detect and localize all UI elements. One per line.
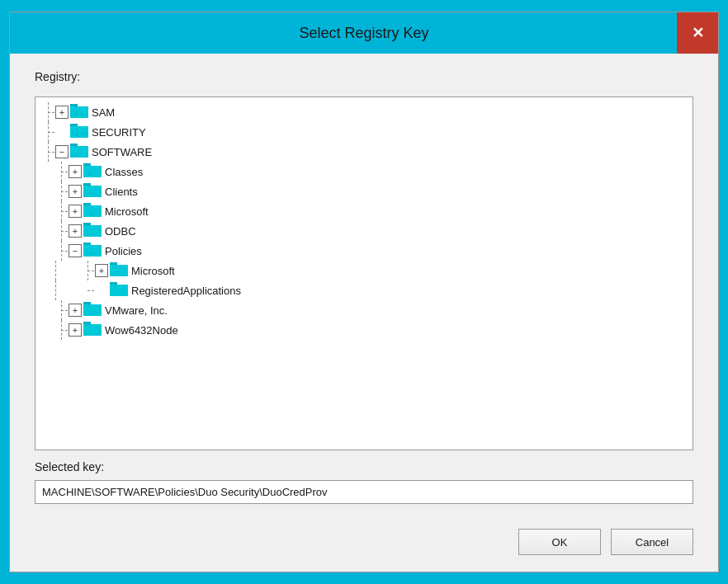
expand-wow6432[interactable]: + — [69, 323, 82, 337]
svg-rect-12 — [71, 127, 73, 129]
select-registry-dialog: Select Registry Key ✕ Registry: + — [9, 12, 719, 572]
tree-item-software[interactable]: − SOFTWARE — [35, 142, 693, 162]
svg-rect-83 — [92, 327, 93, 328]
selected-key-input[interactable] — [35, 480, 693, 504]
tree-label-sam: SAM — [92, 106, 115, 119]
tree-label-vmware: VMware, Inc. — [105, 304, 168, 317]
tree-connector — [42, 112, 55, 113]
svg-rect-66 — [116, 273, 118, 275]
svg-rect-80 — [83, 322, 91, 324]
tree-connector — [42, 132, 55, 133]
tree-item-security[interactable]: SECURITY — [35, 122, 693, 142]
svg-rect-30 — [91, 168, 92, 170]
svg-rect-57 — [93, 246, 95, 247]
title-bar: Select Registry Key ✕ — [10, 12, 718, 54]
svg-rect-72 — [124, 291, 125, 293]
tree-item-classes[interactable]: + Classes — [35, 162, 693, 181]
svg-rect-52 — [96, 229, 97, 231]
svg-rect-7 — [83, 108, 85, 110]
svg-rect-23 — [83, 149, 85, 151]
dialog-body: Registry: + SAM — [10, 54, 718, 520]
svg-rect-15 — [83, 130, 84, 132]
svg-rect-9 — [82, 114, 83, 115]
tree-item-sam[interactable]: + SAM — [35, 102, 693, 122]
svg-rect-39 — [90, 193, 92, 195]
folder-icon-microsoft1 — [83, 203, 102, 219]
tree-item-wow6432[interactable]: + Wow6432Node — [35, 320, 693, 340]
svg-rect-50 — [87, 230, 89, 232]
svg-rect-55 — [85, 247, 87, 248]
registry-tree-container: + SAM SECURI — [35, 97, 693, 450]
svg-rect-13 — [74, 130, 76, 131]
svg-rect-29 — [87, 170, 88, 172]
svg-rect-38 — [97, 190, 98, 191]
expand-sam[interactable]: + — [55, 106, 69, 119]
svg-rect-3 — [71, 107, 73, 109]
folder-icon-registeredapps — [110, 282, 128, 299]
selected-key-label: Selected key: — [35, 460, 693, 473]
svg-rect-2 — [70, 104, 78, 106]
tree-item-registeredapps[interactable]: RegisteredApplications — [35, 280, 693, 300]
tree-label-policies: Policies — [105, 245, 142, 257]
svg-rect-27 — [83, 163, 91, 166]
svg-rect-43 — [89, 210, 91, 212]
tree-label-security: SECURITY — [92, 126, 146, 139]
dialog-title: Select Registry Key — [299, 25, 428, 42]
close-button[interactable]: ✕ — [677, 12, 718, 54]
tree-label-microsoft1: Microsoft — [105, 205, 149, 218]
expand-microsoft1[interactable]: + — [69, 205, 82, 218]
tree-item-vmware[interactable]: + VMware, Inc. — [35, 300, 693, 320]
cancel-button[interactable]: Cancel — [611, 529, 693, 555]
svg-rect-56 — [88, 250, 90, 252]
svg-rect-31 — [95, 171, 97, 172]
svg-rect-11 — [70, 124, 78, 126]
tree-item-microsoft1[interactable]: + Microsoft — [35, 201, 693, 221]
svg-rect-65 — [122, 270, 124, 271]
expand-clients[interactable]: + — [69, 185, 82, 198]
svg-rect-19 — [70, 144, 78, 146]
svg-rect-68 — [110, 282, 117, 285]
svg-rect-76 — [88, 310, 90, 312]
svg-rect-70 — [116, 290, 117, 292]
svg-rect-6 — [80, 110, 82, 111]
expand-classes[interactable]: + — [69, 165, 82, 178]
svg-rect-46 — [91, 214, 92, 215]
registry-tree[interactable]: + SAM SECURI — [35, 97, 693, 450]
svg-rect-54 — [83, 243, 91, 245]
expand-odbc[interactable]: + — [69, 224, 82, 238]
svg-rect-49 — [84, 228, 86, 229]
tree-item-policies[interactable]: − Policies — [35, 241, 693, 261]
expand-vmware[interactable]: + — [69, 304, 82, 317]
svg-rect-35 — [85, 186, 87, 188]
folder-icon-vmware — [83, 302, 102, 318]
svg-rect-37 — [92, 187, 94, 189]
folder-icon-odbc — [83, 223, 102, 239]
svg-rect-24 — [77, 154, 78, 156]
tree-item-clients[interactable]: + Clients — [35, 181, 693, 201]
folder-icon-wow6432 — [83, 322, 102, 338]
svg-rect-34 — [83, 183, 91, 186]
svg-rect-82 — [87, 331, 89, 332]
expand-microsoft2[interactable]: + — [95, 264, 108, 277]
svg-rect-20 — [72, 148, 73, 149]
svg-rect-22 — [79, 147, 81, 148]
tree-item-odbc[interactable]: + ODBC — [35, 221, 693, 241]
svg-rect-32 — [89, 174, 91, 176]
ok-button[interactable]: OK — [518, 529, 601, 555]
svg-rect-48 — [83, 223, 91, 225]
expand-policies[interactable]: − — [69, 244, 82, 257]
spacer-registeredapps — [95, 284, 108, 297]
tree-item-microsoft2[interactable]: + Microsoft — [35, 261, 693, 280]
svg-rect-45 — [97, 211, 99, 213]
svg-rect-41 — [83, 203, 91, 205]
expand-software[interactable]: − — [55, 145, 69, 158]
svg-rect-74 — [83, 302, 91, 304]
svg-rect-16 — [76, 134, 78, 135]
svg-rect-42 — [86, 207, 87, 209]
tree-label-software: SOFTWARE — [92, 146, 152, 158]
svg-rect-78 — [97, 309, 98, 311]
tree-label-odbc: ODBC — [105, 225, 136, 238]
folder-icon-clients — [83, 183, 102, 200]
tree-label-registeredapps: RegisteredApplications — [131, 285, 241, 297]
svg-rect-58 — [97, 248, 99, 250]
